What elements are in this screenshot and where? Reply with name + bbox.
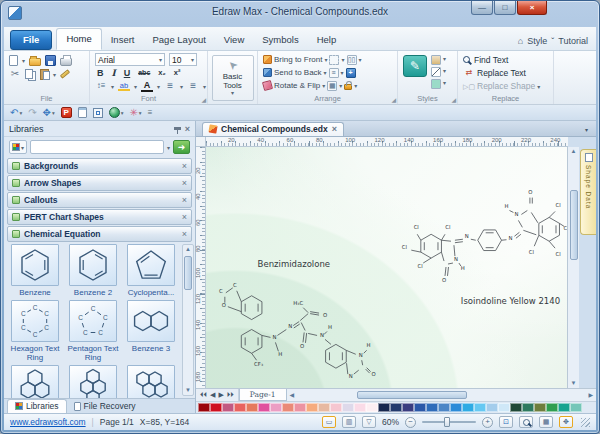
tab-view[interactable]: View <box>215 30 253 50</box>
canvas-vscroll-thumb[interactable] <box>570 190 578 260</box>
library-section-arrow-shapes[interactable]: Arrow Shapes× <box>7 175 192 191</box>
color-swatch[interactable] <box>510 403 522 412</box>
italic-button[interactable]: I <box>110 68 118 78</box>
scroll-up-icon[interactable]: ▲ <box>185 245 191 254</box>
align-shapes-icon[interactable]: ≡ <box>329 68 339 78</box>
lock-icon[interactable] <box>344 84 352 90</box>
resize-grip[interactable] <box>581 418 590 427</box>
maximize-button[interactable]: □ <box>494 1 516 15</box>
bring-to-front-button[interactable]: Bring to Front <box>274 55 322 64</box>
hscroll-right-icon[interactable]: ▶ <box>588 391 593 400</box>
minimize-button[interactable]: — <box>471 1 493 15</box>
tab-insert[interactable]: Insert <box>102 30 144 50</box>
normal-view-button[interactable]: ▭ <box>322 416 336 428</box>
shape-thumbnail[interactable]: CCCCC <box>69 300 117 342</box>
find-text-button[interactable]: Find Text <box>474 55 508 65</box>
basic-tools-button[interactable]: ➤ Basic Tools ▾ <box>212 55 254 101</box>
fill-color-icon[interactable] <box>431 79 441 89</box>
color-swatch[interactable] <box>498 403 510 412</box>
underline-button[interactable]: U <box>122 68 133 78</box>
new-document-icon[interactable] <box>9 55 18 66</box>
canvas-scroll-up-icon[interactable]: ▲ <box>571 147 577 156</box>
paste-icon[interactable] <box>40 69 49 80</box>
close-button[interactable]: × <box>517 1 547 15</box>
zoom-slider-thumb[interactable] <box>444 417 450 427</box>
section-close-icon[interactable]: × <box>182 195 187 205</box>
molecule-isoindoline[interactable]: Isoindoline Yellow 2140 <box>402 189 567 306</box>
tab-list-icon[interactable]: ▾ <box>585 126 588 133</box>
bold-button[interactable]: B <box>95 68 106 78</box>
superscript-button[interactable]: x² <box>172 68 183 77</box>
font-color-icon[interactable]: A <box>141 81 153 92</box>
shape-thumbnail[interactable] <box>127 244 175 286</box>
shapes-scroll-thumb[interactable] <box>184 256 192 290</box>
tab-home[interactable]: Home <box>56 28 101 50</box>
color-swatch[interactable] <box>246 403 258 412</box>
group-icon[interactable]: + <box>346 68 356 78</box>
prev-page-icon[interactable]: ◀ <box>210 391 215 399</box>
shape-benzene-3[interactable]: Benzene 3 <box>122 300 180 362</box>
bullet-list-icon[interactable]: ≡ <box>187 81 199 91</box>
redo-button[interactable]: ↷ <box>28 107 36 118</box>
distribute-icon[interactable]: ▯▯ <box>347 55 357 65</box>
font-dialog-launcher[interactable]: ◢ <box>201 96 206 103</box>
color-swatch[interactable] <box>450 403 462 412</box>
tab-libraries[interactable]: Libraries <box>7 399 67 413</box>
color-swatch[interactable] <box>234 403 246 412</box>
page-view-button[interactable]: ▥ <box>342 416 356 428</box>
canvas-horizontal-scrollbar[interactable]: ◀ ▶ <box>287 389 596 401</box>
send-to-back-button[interactable]: Send to Back <box>274 68 322 77</box>
shape-thumbnail[interactable] <box>69 244 117 286</box>
color-swatch[interactable] <box>222 403 234 412</box>
color-swatch[interactable] <box>210 403 222 412</box>
pan-view-button[interactable]: ✥ <box>559 416 573 428</box>
toolbar-options-button[interactable]: ≡ <box>148 108 153 117</box>
zoom-out-button[interactable]: − <box>405 417 416 428</box>
color-swatch[interactable] <box>270 403 282 412</box>
color-swatch[interactable] <box>390 403 402 412</box>
grid-icon[interactable]: ▦ <box>327 81 337 91</box>
highlight-icon[interactable]: ab <box>118 82 130 92</box>
home-icon[interactable]: ⌂ <box>518 36 523 46</box>
color-swatch[interactable] <box>282 403 294 412</box>
color-swatch[interactable] <box>558 403 570 412</box>
edrawsoft-link[interactable]: www.edrawsoft.com <box>10 417 86 427</box>
color-swatch[interactable] <box>474 403 486 412</box>
section-close-icon[interactable]: × <box>182 161 187 171</box>
pin-icon[interactable] <box>174 127 181 130</box>
shape-benzene-2[interactable]: Benzene 2 <box>64 244 122 297</box>
section-close-icon[interactable]: × <box>182 212 187 222</box>
file-menu-button[interactable]: File <box>10 30 52 50</box>
drawing-canvas[interactable]: Benzimidazolone <box>206 147 567 388</box>
collapse-ribbon-icon[interactable]: ˇ <box>551 36 554 46</box>
color-swatch[interactable] <box>330 403 342 412</box>
library-section-chemical-equation[interactable]: Chemical Equation× <box>7 226 192 242</box>
strikethrough-button[interactable]: abc <box>136 69 152 76</box>
selection-icon[interactable] <box>329 55 339 65</box>
section-close-icon[interactable]: × <box>182 229 187 239</box>
arrange-dialog-launcher[interactable]: ◢ <box>391 96 396 103</box>
print-icon[interactable] <box>60 58 72 66</box>
replace-shape-button[interactable]: Replace Shape <box>477 81 535 91</box>
color-swatch[interactable] <box>342 403 354 412</box>
hyperlink-globe-button[interactable]: ▾ <box>109 107 124 118</box>
line-style-icon[interactable] <box>431 67 441 77</box>
library-section-backgrounds[interactable]: Backgrounds× <box>7 158 192 174</box>
font-family-select[interactable]: Arial▾ <box>95 53 165 66</box>
shape-benzene-4[interactable]: Benzene 4 <box>6 365 64 398</box>
color-swatch[interactable] <box>462 403 474 412</box>
zoom-slider[interactable] <box>422 421 476 423</box>
color-swatch[interactable] <box>258 403 270 412</box>
next-page-icon[interactable]: ▶ <box>218 391 223 399</box>
library-section-pert-chart-shapes[interactable]: PERT Chart Shapes× <box>7 209 192 225</box>
canvas-hscroll-thumb[interactable] <box>357 391 467 399</box>
section-close-icon[interactable]: × <box>182 178 187 188</box>
shape-thumbnail[interactable] <box>69 365 117 398</box>
open-icon[interactable] <box>29 58 41 66</box>
document-tab[interactable]: Chemical Compounds.edx × <box>202 122 344 136</box>
shape-thumbnail[interactable]: CCCCCC <box>11 300 59 342</box>
tab-page-layout[interactable]: Page Layout <box>143 30 214 50</box>
zoom-in-button[interactable]: + <box>482 417 493 428</box>
shapes-scrollbar[interactable]: ▲ ▼ <box>182 244 194 396</box>
pan-tool-button[interactable]: ✥▾ <box>43 107 55 118</box>
